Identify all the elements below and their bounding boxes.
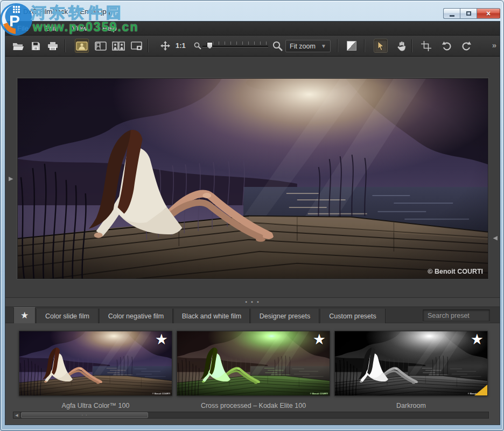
main-photo [17, 78, 488, 279]
save-button[interactable] [29, 39, 43, 53]
pan-move-button[interactable] [158, 39, 172, 53]
scrollbar-grip-icon: · · [81, 412, 88, 418]
splitter-grip-icon: • • • [245, 298, 260, 305]
toolbar-separator [411, 39, 412, 52]
side-by-side-view-icon [112, 41, 125, 51]
snapshot-button[interactable] [129, 39, 143, 53]
left-panel-expand-icon[interactable]: ▶ [9, 175, 13, 182]
search-preset-input[interactable] [423, 309, 490, 322]
chevron-down-icon: ▼ [321, 43, 326, 49]
favorite-star-icon[interactable]: ★ [471, 332, 484, 347]
magnifier-minus-icon [194, 42, 201, 50]
preset-name: Darkroom [334, 402, 488, 411]
view-single-button[interactable] [75, 39, 89, 53]
zoom-1to1-button[interactable]: 1:1 [176, 41, 186, 50]
client-area: File Edit View Help [5, 21, 500, 425]
toolbar-separator [148, 39, 148, 52]
tab-custom-presets[interactable]: Custom presets [320, 309, 386, 323]
fit-zoom-select[interactable]: Fit zoom ▼ [285, 40, 331, 52]
tab-favorites[interactable]: ★ [13, 307, 36, 323]
preset-tabbar: ★ Color slide film Color negative film B… [5, 307, 500, 323]
redo-icon [461, 41, 472, 51]
scroll-left-button[interactable]: ◀ [13, 412, 20, 418]
watermark-site-url: www.pc0359.cn [33, 20, 138, 34]
save-icon [31, 41, 40, 51]
minimize-button[interactable] [443, 8, 460, 19]
print-button[interactable] [46, 39, 60, 53]
single-image-view-icon [76, 41, 88, 51]
preset-name: Agfa Ultra Color™ 100 [19, 402, 172, 411]
zoom-in-button[interactable] [270, 39, 284, 53]
split-view-icon [95, 41, 107, 51]
close-button[interactable]: × [477, 8, 500, 19]
favorite-star-icon[interactable]: ★ [155, 332, 168, 347]
tab-color-slide-film[interactable]: Color slide film [36, 309, 99, 323]
watermark-logo-letter: P [9, 12, 20, 30]
watermark-logo: P [0, 2, 34, 37]
scroll-left-arrow-icon: ◀ [15, 413, 18, 417]
before-after-icon [347, 41, 356, 51]
crop-button[interactable] [419, 39, 433, 53]
tab-black-and-white-film[interactable]: Black and white film [173, 309, 250, 323]
app-window: DxO FilmPack 4 - Emilie.jpg × File Edit … [0, 0, 504, 431]
preset-card-darkroom[interactable]: ★ [334, 331, 488, 396]
favorites-star-icon: ★ [20, 310, 29, 321]
presets-scrollbar[interactable]: ◀ · · [13, 412, 489, 419]
zoom-slider[interactable] [202, 41, 268, 51]
maximize-button[interactable] [460, 8, 477, 19]
folder-open-icon [12, 41, 24, 51]
hand-icon [397, 41, 406, 51]
toolbar-separator [364, 39, 365, 52]
panel-splitter[interactable]: • • • [5, 297, 500, 307]
minimize-icon [450, 15, 454, 17]
presets-panel: ★ Color slide film Color negative film B… [5, 307, 500, 425]
preset-name: Cross processed – Kodak Elite 100 [177, 402, 330, 411]
corner-badge-icon [474, 385, 487, 395]
view-side-by-side-button[interactable] [111, 39, 125, 53]
toolbar-separator [65, 39, 65, 52]
toolbar-overflow-button[interactable]: » [492, 40, 496, 50]
undo-button[interactable] [439, 39, 453, 53]
scrollbar-thumb[interactable]: · · [21, 412, 148, 418]
right-panel-expand-icon[interactable]: ◀ [493, 234, 498, 241]
snapshot-camera-icon [131, 41, 142, 51]
print-icon [47, 41, 58, 51]
tab-color-negative-film[interactable]: Color negative film [99, 309, 173, 323]
preset-thumbnail [335, 331, 487, 395]
hand-tool-button[interactable] [394, 39, 408, 53]
pointer-arrow-icon [376, 41, 385, 51]
close-icon: × [486, 10, 491, 17]
preset-card-agfa[interactable]: ★ [19, 331, 172, 396]
magnifier-plus-icon [272, 41, 283, 51]
move-icon [160, 40, 171, 51]
compare-original-button[interactable] [345, 39, 359, 53]
fit-zoom-label: Fit zoom [290, 43, 316, 50]
main-photo-image [18, 79, 488, 279]
image-viewer: ▶ ◀ [5, 57, 500, 297]
toolbar-separator [337, 39, 338, 52]
favorite-star-icon[interactable]: ★ [313, 332, 326, 347]
zoom-slider-thumb[interactable] [207, 42, 213, 49]
select-tool-button[interactable] [374, 39, 388, 53]
maximize-icon [466, 11, 471, 16]
preset-thumbnail [19, 331, 172, 395]
redo-button[interactable] [459, 39, 473, 53]
open-file-button[interactable] [11, 39, 25, 53]
tab-designer-presets[interactable]: Designer presets [250, 309, 319, 323]
zoom-slider-ticks [207, 41, 267, 45]
view-split-button[interactable] [94, 39, 108, 53]
crop-icon [421, 41, 431, 51]
preset-card-cross-processed[interactable]: ★ [177, 331, 330, 396]
toolbar: 1:1 Fit zoom ▼ [5, 36, 500, 57]
undo-icon [442, 41, 452, 51]
preset-thumbnail [177, 331, 330, 395]
